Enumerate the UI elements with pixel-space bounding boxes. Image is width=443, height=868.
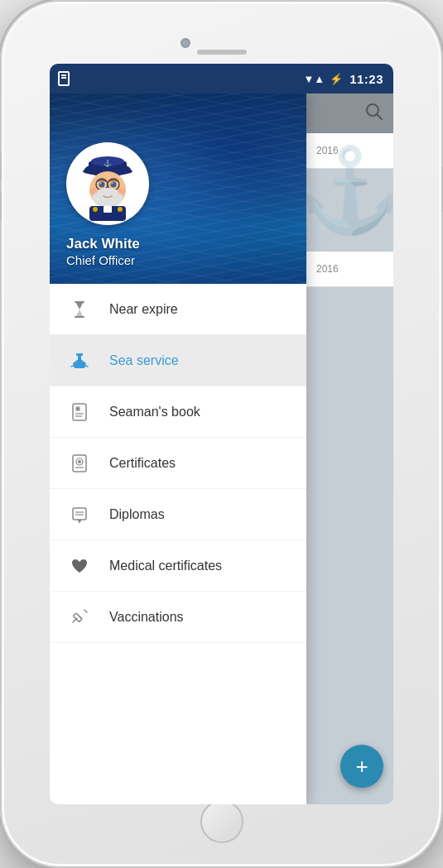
svg-point-20 <box>118 207 123 212</box>
right-panel: ⚓ 2016 2016 + <box>306 94 393 804</box>
list-item[interactable]: 2016 <box>306 252 393 287</box>
drawer-header: ⚓ <box>50 94 306 284</box>
plus-icon: + <box>355 754 368 779</box>
list-item-date: 2016 <box>316 263 383 275</box>
near-expire-label: Near expire <box>109 302 178 317</box>
seamans-book-label: Seaman's book <box>109 405 200 420</box>
main-area: ⚓ <box>50 94 393 804</box>
sidebar-item-medical-certificates[interactable]: Medical certificates <box>50 540 306 592</box>
diplomas-label: Diplomas <box>109 507 165 522</box>
hourglass-icon <box>66 296 93 323</box>
svg-line-38 <box>84 610 87 612</box>
svg-point-12 <box>112 182 113 184</box>
right-panel-header <box>306 94 393 133</box>
anchor-watermark: ⚓ <box>306 141 393 239</box>
screen: ▼▲ ⚡ 11:23 <box>50 64 393 804</box>
camera <box>181 38 190 48</box>
battery-icon: ⚡ <box>330 73 343 85</box>
sidebar-item-near-expire[interactable]: Near expire <box>50 284 306 335</box>
medical-certificates-label: Medical certificates <box>109 559 222 573</box>
navigation-drawer: ⚓ <box>50 94 306 804</box>
svg-point-19 <box>93 207 98 212</box>
svg-text:⚓: ⚓ <box>104 159 112 167</box>
certificates-label: Certificates <box>109 456 176 471</box>
diplomas-icon <box>66 501 93 528</box>
search-button[interactable] <box>365 103 383 125</box>
svg-point-11 <box>100 182 102 184</box>
right-panel-content: ⚓ 2016 2016 + <box>306 133 393 804</box>
svg-line-40 <box>73 618 77 622</box>
speaker <box>197 50 247 55</box>
ship-icon <box>66 348 93 374</box>
svg-line-44 <box>378 114 383 119</box>
heart-icon <box>66 553 93 579</box>
seamans-book-icon <box>66 399 93 425</box>
svg-point-16 <box>118 188 126 194</box>
certificates-icon <box>66 450 93 477</box>
svg-rect-35 <box>73 508 86 520</box>
svg-rect-22 <box>75 316 84 318</box>
avatar: ⚓ <box>66 142 149 225</box>
svg-point-9 <box>99 181 105 187</box>
sidebar-item-sea-service[interactable]: Sea service <box>50 335 306 386</box>
status-bar: ▼▲ ⚡ 11:23 <box>50 64 393 94</box>
svg-rect-25 <box>76 353 83 356</box>
phone-frame: ▼▲ ⚡ 11:23 <box>0 0 443 868</box>
volume-down-button[interactable] <box>0 192 2 221</box>
sidebar-item-vaccinations[interactable]: Vaccinations <box>50 592 306 643</box>
svg-point-28 <box>76 407 79 410</box>
svg-point-15 <box>89 188 98 194</box>
notification-icon <box>58 71 70 86</box>
syringe-icon <box>66 604 93 631</box>
home-button[interactable] <box>200 800 243 843</box>
menu-items-list: Near expire Sea service <box>50 284 306 804</box>
sea-service-label: Sea service <box>109 353 179 368</box>
user-info: ⚓ <box>66 142 149 267</box>
volume-up-button[interactable] <box>0 151 2 180</box>
status-time: 11:23 <box>349 72 383 86</box>
user-title: Chief Officer <box>66 253 135 267</box>
svg-rect-18 <box>104 206 112 213</box>
vaccinations-label: Vaccinations <box>109 610 184 625</box>
svg-point-33 <box>78 460 81 463</box>
sidebar-item-seamans-book[interactable]: Seaman's book <box>50 386 306 438</box>
svg-point-10 <box>111 181 117 187</box>
sidebar-item-diplomas[interactable]: Diplomas <box>50 489 306 540</box>
sidebar-item-certificates[interactable]: Certificates <box>50 438 306 489</box>
user-name: Jack White <box>66 235 140 253</box>
add-button[interactable]: + <box>340 745 383 788</box>
wifi-icon: ▼▲ <box>303 73 325 85</box>
